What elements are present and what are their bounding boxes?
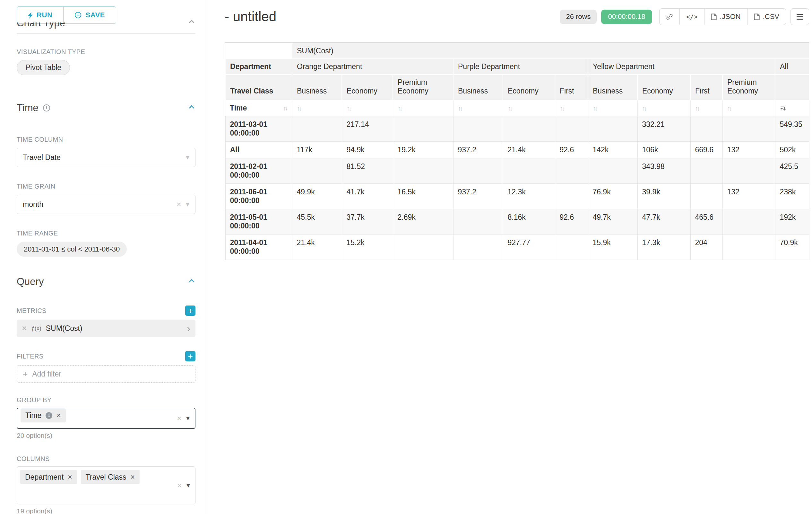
remove-tag-icon[interactable]: × (68, 474, 72, 481)
value-cell (722, 116, 775, 142)
caret-down-icon: ▾ (186, 201, 190, 208)
value-cell: 21.4k (503, 142, 555, 158)
columns-tag-label: Department (25, 473, 63, 482)
time-section-title: Time (17, 102, 38, 114)
filters-header: FILTERS + (17, 351, 196, 361)
metric-item[interactable]: × ƒ(x) SUM(Cost) › (17, 320, 196, 337)
sort-icon[interactable]: ↑↓ (398, 105, 403, 112)
download-json-button[interactable]: .JSON (704, 8, 748, 25)
value-cell (588, 116, 637, 142)
query-section-title: Query (17, 276, 44, 288)
columns-options-hint: 19 option(s) (17, 507, 196, 514)
sort-icon[interactable]: ↑↓ (642, 105, 647, 112)
time-grain-select[interactable]: month × ▾ (17, 195, 196, 214)
value-cell (690, 184, 722, 209)
remove-tag-icon[interactable]: × (130, 474, 135, 481)
value-cell (555, 116, 588, 142)
group-by-tag-label: Time (25, 411, 41, 420)
sort-icon[interactable]: ↑↓ (297, 105, 302, 112)
download-csv-button[interactable]: .CSV (748, 8, 786, 25)
sort-cell (775, 100, 809, 116)
sort-icon[interactable]: ↑↓ (727, 105, 732, 112)
clear-icon[interactable]: × (177, 481, 182, 490)
run-save-group: RUN SAVE (17, 6, 116, 24)
add-filter-label: Add filter (32, 370, 61, 378)
value-cell: 937.2 (453, 184, 503, 209)
sort-icon[interactable]: ↑↓ (695, 105, 700, 112)
columns-tag[interactable]: Department × (20, 470, 77, 484)
caret-down-icon[interactable]: ▾ (186, 415, 190, 422)
sort-cell: ↑↓ (637, 100, 690, 116)
group-by-tag[interactable]: Time i × (21, 408, 66, 423)
row-label-cell: 2011-02-01 00:00:00 (225, 158, 292, 184)
time-column-value: Travel Date (23, 153, 186, 162)
add-filter-button[interactable]: + Add filter (17, 365, 196, 383)
sort-icon[interactable]: ↑↓ (508, 105, 513, 112)
value-cell (503, 116, 555, 142)
table-row: 2011-06-01 00:00:0049.9k41.7k16.5k937.21… (225, 184, 809, 209)
filters-label: FILTERS (17, 352, 44, 360)
value-cell (393, 116, 453, 142)
link-icon (666, 13, 673, 20)
run-button[interactable]: RUN (17, 6, 63, 24)
travel-class-cell: Premium Economy (722, 75, 775, 100)
value-cell: 19.2k (393, 142, 453, 158)
clear-icon[interactable]: × (176, 200, 181, 209)
menu-button[interactable] (790, 8, 809, 25)
save-button-label: SAVE (85, 11, 105, 19)
value-cell: 16.5k (393, 184, 453, 209)
time-column-label: TIME COLUMN (17, 136, 196, 143)
visualization-type-pill[interactable]: Pivot Table (17, 60, 70, 75)
value-cell: 47.7k (637, 209, 690, 235)
caret-down-icon[interactable]: ▾ (186, 482, 190, 489)
select-controls: × ▾ (177, 481, 190, 490)
app-root: RUN SAVE Chart Type VISUALIZATION TYPE P… (0, 0, 812, 514)
sort-icon[interactable]: ↑↓ (283, 104, 288, 112)
sort-icon[interactable]: ↑↓ (560, 105, 565, 112)
save-button[interactable]: SAVE (63, 6, 116, 24)
value-cell: 238k (775, 184, 809, 209)
remove-metric-icon[interactable]: × (22, 324, 27, 333)
clear-icon[interactable]: × (177, 414, 182, 423)
chevron-up-icon[interactable] (189, 105, 195, 111)
chevron-up-icon[interactable] (189, 279, 195, 285)
remove-tag-icon[interactable]: × (57, 412, 61, 419)
columns-tag[interactable]: Travel Class × (81, 470, 140, 484)
time-grain-label: TIME GRAIN (17, 183, 196, 190)
value-cell: 92.6 (555, 209, 588, 235)
pivot-tbody: 2011-03-01 00:00:00217.14332.21549.35All… (225, 116, 809, 260)
pivot-corner-cell (225, 43, 292, 59)
chart-title[interactable]: - untitled (225, 9, 276, 24)
time-column-select[interactable]: Travel Date ▾ (17, 148, 196, 167)
value-cell: 39.9k (637, 184, 690, 209)
department-group-cell: Purple Department (453, 59, 588, 75)
value-cell: 15.2k (342, 235, 393, 260)
columns-label: COLUMNS (17, 455, 196, 463)
value-cell (453, 235, 503, 260)
code-icon: </> (686, 13, 698, 21)
sort-icon[interactable]: ↑↓ (458, 105, 463, 112)
main-header: - untitled 26 rows 00:00:00.18 </> .JSON (225, 0, 809, 25)
add-filter-plus-button[interactable]: + (185, 351, 196, 361)
value-cell: 81.52 (342, 158, 393, 184)
sort-descending-icon[interactable] (780, 105, 786, 111)
function-icon: ƒ(x) (31, 325, 41, 332)
add-metric-button[interactable]: + (185, 305, 196, 316)
copy-link-button[interactable] (659, 8, 680, 25)
chart-type-collapse-control[interactable] (190, 20, 194, 26)
file-icon (754, 13, 760, 20)
sort-icon[interactable]: ↑↓ (593, 105, 598, 112)
embed-code-button[interactable]: </> (680, 8, 704, 25)
time-range-pill[interactable]: 2011-01-01 ≤ col < 2011-06-30 (17, 242, 127, 257)
columns-select[interactable]: Department × Travel Class × × ▾ (17, 466, 196, 504)
value-cell: 465.6 (690, 209, 722, 235)
select-controls: × ▾ (177, 414, 190, 423)
sort-icon[interactable]: ↑↓ (347, 105, 352, 112)
pivot-table-container: SUM(Cost)DepartmentOrange DepartmentPurp… (225, 43, 809, 260)
travel-class-header-row: Travel ClassBusinessEconomyPremium Econo… (225, 75, 809, 100)
metric-header-row: SUM(Cost) (225, 43, 809, 59)
sort-cell: ↑↓ (292, 100, 342, 116)
info-icon[interactable]: i (43, 104, 50, 111)
group-by-select[interactable]: Time i × × ▾ (17, 408, 196, 429)
department-dimension-cell: Department (225, 59, 292, 75)
